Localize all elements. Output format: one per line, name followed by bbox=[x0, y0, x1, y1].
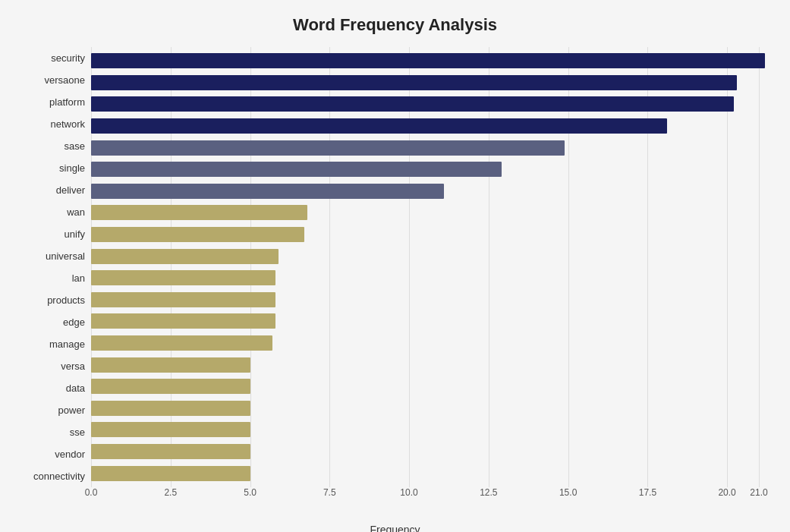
x-tick: 10.0 bbox=[400, 487, 417, 498]
bar-row bbox=[91, 464, 775, 483]
y-labels: securityversaoneplatformnetworksasesingl… bbox=[15, 47, 91, 487]
bar bbox=[91, 444, 250, 459]
y-label: wan bbox=[67, 207, 85, 217]
y-label: security bbox=[51, 53, 85, 63]
bar-row bbox=[91, 225, 775, 244]
bar-row bbox=[91, 442, 775, 461]
bar-row bbox=[91, 94, 775, 114]
x-tick: 2.5 bbox=[164, 487, 177, 498]
y-label: sase bbox=[65, 141, 85, 151]
y-label: manage bbox=[49, 339, 85, 349]
bar bbox=[91, 227, 304, 242]
bar bbox=[91, 184, 444, 199]
bar bbox=[91, 205, 307, 220]
y-label: platform bbox=[49, 97, 85, 107]
bar bbox=[91, 162, 502, 177]
bar bbox=[91, 249, 279, 264]
bar-row bbox=[91, 420, 775, 439]
bar-row bbox=[91, 333, 775, 353]
bar-row bbox=[91, 203, 775, 222]
x-tick: 20.0 bbox=[718, 487, 735, 498]
y-label: sse bbox=[70, 427, 85, 437]
bar-row bbox=[91, 398, 775, 418]
y-label: power bbox=[58, 405, 85, 415]
bar-row bbox=[91, 355, 775, 375]
y-label: single bbox=[59, 163, 85, 173]
y-label: network bbox=[50, 119, 85, 129]
bar-row bbox=[91, 376, 775, 396]
bars-wrapper bbox=[91, 47, 775, 487]
y-label: edge bbox=[63, 317, 85, 327]
chart-title: Word Frequency Analysis bbox=[15, 15, 775, 35]
bar bbox=[91, 379, 250, 394]
x-tick: 12.5 bbox=[480, 487, 497, 498]
bar-row bbox=[91, 159, 775, 179]
bar bbox=[91, 292, 275, 307]
y-label: versa bbox=[61, 361, 85, 371]
bar-row bbox=[91, 247, 775, 266]
x-tick: 0.0 bbox=[85, 487, 98, 498]
bar-row bbox=[91, 138, 775, 158]
bar-row bbox=[91, 268, 775, 288]
bar-row bbox=[91, 290, 775, 310]
bar bbox=[91, 118, 667, 134]
bar-row bbox=[91, 181, 775, 201]
bar bbox=[91, 422, 250, 437]
bar bbox=[91, 335, 272, 351]
x-tick: 21.0 bbox=[750, 487, 767, 498]
grid-and-bars bbox=[91, 47, 775, 487]
bar-row bbox=[91, 51, 775, 71]
bar bbox=[91, 466, 250, 481]
y-label: versaone bbox=[45, 75, 85, 85]
bar-row bbox=[91, 73, 775, 93]
bar-row bbox=[91, 116, 775, 136]
bar bbox=[91, 96, 734, 112]
y-label: deliver bbox=[56, 185, 85, 195]
y-label: universal bbox=[46, 251, 85, 261]
bar-row bbox=[91, 311, 775, 331]
chart-area: securityversaoneplatformnetworksasesingl… bbox=[15, 47, 775, 487]
x-tick: 15.0 bbox=[559, 487, 577, 498]
x-axis-label: Frequency bbox=[15, 524, 775, 532]
x-tick: 5.0 bbox=[244, 487, 257, 498]
y-label: data bbox=[66, 383, 85, 393]
y-label: connectivity bbox=[33, 471, 85, 481]
x-tick: 7.5 bbox=[323, 487, 336, 498]
x-tick: 17.5 bbox=[639, 487, 656, 498]
bar bbox=[91, 313, 275, 329]
x-ticks-row: 0.02.55.07.510.012.515.017.520.021.0 bbox=[91, 487, 775, 502]
bar bbox=[91, 270, 275, 285]
bar bbox=[91, 53, 765, 68]
y-label: lan bbox=[72, 273, 85, 283]
bar bbox=[91, 140, 565, 156]
y-label: products bbox=[47, 295, 85, 305]
bar bbox=[91, 401, 250, 416]
y-label: vendor bbox=[55, 449, 85, 459]
y-label: unify bbox=[65, 229, 85, 239]
bar bbox=[91, 75, 737, 90]
chart-container: Word Frequency Analysis securityversaone… bbox=[0, 0, 790, 532]
bars-and-grid bbox=[91, 47, 775, 487]
bar bbox=[91, 357, 250, 373]
